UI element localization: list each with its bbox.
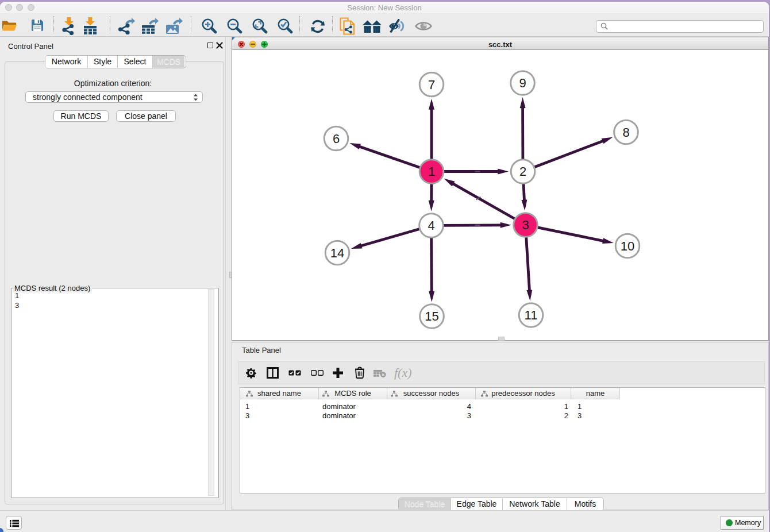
svg-text:6: 6 — [333, 132, 340, 146]
svg-text:14: 14 — [330, 246, 344, 260]
svg-text:15: 15 — [425, 309, 438, 323]
svg-text:10: 10 — [621, 239, 634, 253]
svg-text:2: 2 — [519, 164, 526, 179]
svg-text:4: 4 — [428, 218, 434, 233]
svg-text:11: 11 — [525, 308, 538, 322]
svg-text:7: 7 — [428, 78, 435, 92]
svg-text:1: 1 — [428, 164, 435, 179]
svg-text:9: 9 — [519, 76, 526, 90]
svg-text:3: 3 — [522, 218, 529, 232]
svg-text:8: 8 — [622, 125, 629, 140]
